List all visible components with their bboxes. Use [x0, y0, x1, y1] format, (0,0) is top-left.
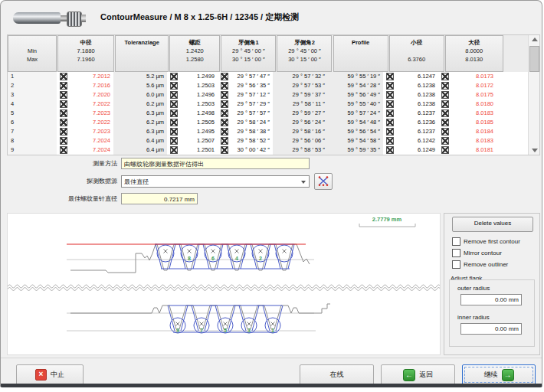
- continue-button[interactable]: 继续 →: [462, 364, 536, 385]
- contour-plot[interactable]: 2.7779 mm864297531: [7, 213, 441, 355]
- remove-first-contour-option[interactable]: Remove first contour: [452, 237, 520, 247]
- value-checkbox-checked[interactable]: [170, 137, 178, 145]
- cell-value: 8.0183: [476, 109, 493, 118]
- row-number: 6: [8, 118, 57, 127]
- table-row: 47.20226.2 µm1.250329 ° 57 ′ 29 ″29 ° 58…: [8, 100, 529, 109]
- cell-value: 29 ° 56 ′ 06 ″: [292, 136, 325, 145]
- value-checkbox-checked[interactable]: [170, 146, 178, 154]
- checkbox-label: Mirror contour: [464, 250, 502, 256]
- value-checkbox-checked[interactable]: [221, 146, 228, 154]
- value-checkbox-checked[interactable]: [441, 91, 449, 99]
- table-cell: 59 ° 56 ′ 54 ″: [328, 127, 383, 136]
- value-checkbox-checked[interactable]: [60, 137, 67, 145]
- value-checkbox-checked[interactable]: [60, 128, 67, 136]
- scrollbar-thumb[interactable]: [529, 46, 539, 72]
- value-checkbox-checked[interactable]: [60, 109, 67, 117]
- value-checkbox-checked[interactable]: [441, 119, 449, 126]
- value-checkbox-checked[interactable]: [386, 119, 394, 126]
- scroll-up-icon[interactable]: [530, 35, 539, 44]
- value-checkbox-checked[interactable]: [441, 73, 449, 80]
- adjust-flank-group: outer radius 0.00 mm inner radius 0.00 m…: [449, 279, 535, 347]
- mirror-contour-checkbox[interactable]: [452, 249, 460, 257]
- value-checkbox-checked[interactable]: [386, 146, 394, 154]
- cell-value: 7.2020: [93, 90, 110, 100]
- delete-values-button[interactable]: Delete values: [452, 217, 533, 232]
- value-checkbox-checked[interactable]: [221, 73, 228, 80]
- value-checkbox-checked[interactable]: [441, 100, 449, 108]
- x-marker-icon: [247, 322, 251, 326]
- value-checkbox-checked[interactable]: [441, 137, 449, 145]
- header-flank-angle-2: 牙侧角229 ° 45 ′ 00 ″30 ° 15 ′ 00 ″: [277, 35, 332, 72]
- value-checkbox-checked[interactable]: [386, 109, 394, 117]
- value-checkbox-checked[interactable]: [60, 91, 67, 99]
- cell-value: 7.2022: [93, 118, 110, 127]
- cell-value: 6.1237: [418, 127, 435, 136]
- value-checkbox-checked[interactable]: [60, 146, 67, 154]
- table-scrollbar[interactable]: [528, 35, 539, 155]
- outer-radius-field[interactable]: 0.00 mm: [460, 294, 522, 305]
- remove-outliner-option[interactable]: Remove outliner: [452, 260, 508, 270]
- scroll-down-icon[interactable]: [530, 146, 539, 155]
- table-cell: 29 ° 57 ′ 57 ″: [218, 109, 273, 118]
- inner-radius-field[interactable]: 0.00 mm: [460, 323, 522, 335]
- table-cell: 8.0183: [438, 109, 496, 118]
- value-checkbox-checked[interactable]: [386, 137, 394, 145]
- value-checkbox-checked[interactable]: [221, 128, 228, 136]
- wire-diameter-field[interactable]: 0.7217 mm: [121, 193, 198, 204]
- value-checkbox-checked[interactable]: [386, 82, 394, 90]
- table-cell: 6.1249: [383, 145, 438, 155]
- mirror-contour-option[interactable]: Mirror contour: [452, 248, 502, 258]
- abort-button[interactable]: × 中止: [16, 364, 84, 385]
- value-checkbox-checked[interactable]: [221, 137, 228, 145]
- back-button[interactable]: ← 返回: [381, 364, 455, 385]
- table-cell: 59 ° 55 ′ 19 ″: [328, 72, 383, 81]
- value-checkbox-checked[interactable]: [60, 82, 67, 90]
- table-cell: 8.0183: [438, 136, 496, 145]
- table-cell: 59 ° 54 ′ 48 ″: [328, 118, 383, 127]
- online-button[interactable]: 在线: [300, 364, 374, 385]
- value-checkbox-checked[interactable]: [441, 82, 449, 90]
- value-checkbox-checked[interactable]: [221, 82, 228, 90]
- dimension-label: 2.7779 mm: [372, 216, 402, 223]
- value-checkbox-checked[interactable]: [170, 100, 178, 108]
- value-checkbox-checked[interactable]: [170, 119, 178, 126]
- value-checkbox-checked[interactable]: [386, 100, 394, 108]
- side-panel: Delete values Remove first contour Mirro…: [444, 213, 540, 355]
- table-row: 57.20236.3 µm1.249829 ° 57 ′ 57 ″29 ° 59…: [8, 109, 529, 118]
- circle-number: 4: [235, 256, 238, 261]
- value-checkbox-checked[interactable]: [441, 109, 449, 117]
- remove-first-contour-checkbox[interactable]: [452, 237, 460, 246]
- cell-value: 29 ° 58 ′ 24 ″: [237, 118, 270, 127]
- value-checkbox-checked[interactable]: [386, 128, 394, 136]
- value-checkbox-checked[interactable]: [60, 119, 67, 126]
- method-field[interactable]: 由螺纹轮廓测量数据评估得出: [121, 158, 310, 169]
- table-cell: 7.2016: [57, 81, 113, 90]
- value-checkbox-checked[interactable]: [441, 146, 449, 154]
- value-checkbox-checked[interactable]: [221, 91, 228, 99]
- table-row: 77.20236.3 µm1.249529 ° 58 ′ 38 ″29 ° 58…: [8, 127, 529, 136]
- data-source-select[interactable]: 最佳直径: [121, 175, 310, 188]
- circle-number: 5: [224, 328, 227, 333]
- value-checkbox-checked[interactable]: [221, 119, 228, 126]
- value-checkbox-checked[interactable]: [60, 73, 67, 80]
- value-checkbox-checked[interactable]: [386, 73, 394, 80]
- value-checkbox-checked[interactable]: [170, 128, 178, 136]
- circle-number: 3: [247, 328, 251, 333]
- value-checkbox-checked[interactable]: [60, 100, 67, 108]
- row-number: 2: [8, 81, 57, 90]
- table-cell: 6.2 µm: [113, 118, 167, 127]
- measurement-points-button[interactable]: [314, 173, 333, 190]
- cell-value: 6.1238: [418, 90, 435, 100]
- value-checkbox-checked[interactable]: [170, 73, 178, 80]
- x-marker-icon: [200, 322, 204, 326]
- value-checkbox-checked[interactable]: [386, 91, 394, 99]
- value-checkbox-checked[interactable]: [170, 82, 178, 90]
- value-checkbox-checked[interactable]: [170, 109, 178, 117]
- value-checkbox-checked[interactable]: [221, 109, 228, 117]
- cell-value: 7.2022: [93, 100, 110, 109]
- value-checkbox-checked[interactable]: [441, 128, 449, 136]
- value-checkbox-checked[interactable]: [170, 91, 178, 99]
- contourmeasure-window: ContourMeasure / M 8 x 1.25-6H / 12345 /…: [0, 0, 542, 387]
- value-checkbox-checked[interactable]: [221, 100, 228, 108]
- remove-outliner-checkbox[interactable]: [452, 260, 460, 269]
